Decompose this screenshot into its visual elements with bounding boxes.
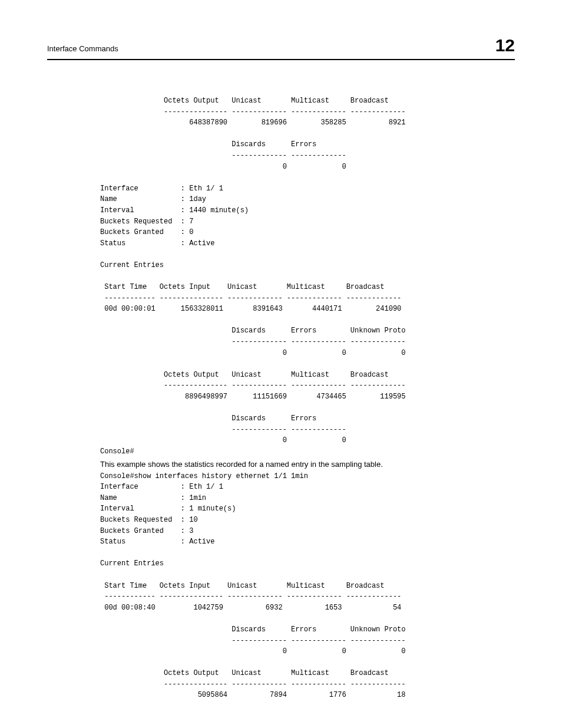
console-output-1: Octets Output Unicast Multicast Broadcas… — [100, 95, 515, 457]
example-description: This example shows the statistics record… — [100, 460, 515, 469]
console-output-2: Console#show interfaces history ethernet… — [100, 471, 515, 701]
header-title: Interface Commands — [47, 44, 118, 53]
page-header: Interface Commands 12 — [47, 35, 515, 60]
chapter-number: 12 — [495, 35, 515, 55]
